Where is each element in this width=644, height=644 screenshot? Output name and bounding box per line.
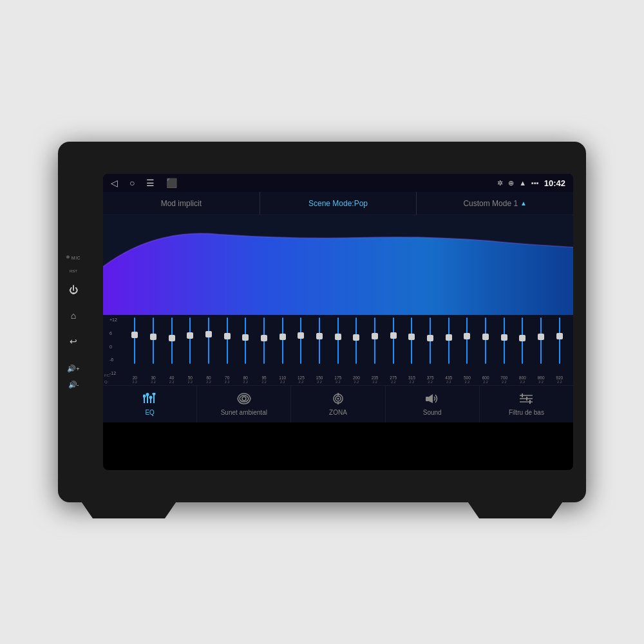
freq-label-20: 202.2: [126, 375, 144, 384]
eq-slider-700[interactable]: [495, 317, 513, 375]
time-display: 10:42: [544, 178, 565, 188]
eq-slider-95[interactable]: [256, 317, 273, 375]
tab-zona[interactable]: ZONA: [291, 386, 385, 422]
tab-filtru-de-bas[interactable]: Filtru de bas: [480, 386, 573, 422]
eq-visualizer: [103, 215, 573, 315]
eq-slider-600[interactable]: [477, 317, 495, 375]
eq-slider-860[interactable]: [533, 317, 550, 375]
tab-zona-icon: [331, 393, 345, 407]
freq-label-95: 952.2: [256, 375, 273, 384]
eq-slider-375[interactable]: [422, 317, 439, 375]
db-minus6-label: -6: [109, 357, 117, 362]
mod-implicit-label: Mod implicit: [161, 199, 202, 208]
custom-mode-tab[interactable]: Custom Mode 1 ▲: [417, 192, 573, 214]
tab-bar: EQSunet ambientalZONASoundFiltru de bas: [103, 385, 573, 422]
eq-slider-50[interactable]: [182, 317, 199, 375]
status-bar: ◁ ○ ☰ ⬛ ✲ ⊕ ▲ ▪▪▪ 10:42: [103, 174, 573, 192]
eq-slider-110[interactable]: [274, 317, 291, 375]
freq-label-375: 3752.2: [422, 375, 439, 384]
freq-label-125: 1252.2: [292, 375, 310, 384]
nav-buttons: ◁ ○ ☰ ⬛: [111, 178, 177, 188]
eq-slider-80[interactable]: [237, 317, 254, 375]
tab-zona-label: ZONA: [329, 409, 347, 416]
mode-bar: Mod implicit Scene Mode:Pop Custom Mode …: [103, 192, 573, 215]
freq-label-600: 6002.2: [477, 375, 495, 384]
tab-filtru-de-bas-icon: [519, 393, 533, 407]
freq-label-700: 7002.2: [495, 375, 513, 384]
freq-label-40: 402.2: [163, 375, 180, 384]
svg-point-5: [143, 394, 146, 397]
eq-sliders-track: [126, 317, 568, 375]
freq-label-800: 8002.2: [514, 375, 531, 384]
tab-eq-label: EQ: [145, 409, 154, 416]
custom-mode-label: Custom Mode 1: [463, 199, 518, 208]
freq-label-70: 702.2: [218, 375, 236, 384]
eq-slider-800[interactable]: [514, 317, 531, 375]
tab-sunet-ambiental[interactable]: Sunet ambiental: [197, 386, 291, 422]
eq-slider-500[interactable]: [459, 317, 476, 375]
eq-slider-235[interactable]: [366, 317, 384, 375]
back-nav-icon[interactable]: ◁: [111, 178, 118, 188]
back-button[interactable]: ↩: [64, 332, 82, 350]
svg-point-12: [337, 397, 339, 399]
status-right: ✲ ⊕ ▲ ▪▪▪ 10:42: [497, 178, 565, 188]
tab-filtru-de-bas-label: Filtru de bas: [509, 409, 544, 416]
freq-label-30: 302.2: [145, 375, 162, 384]
freq-label-920: 9202.2: [551, 375, 568, 384]
bottom-left-bracket: [77, 496, 180, 518]
tab-eq[interactable]: EQ: [103, 386, 197, 422]
freq-label-110: 1102.2: [274, 375, 291, 384]
freq-label-80: 802.2: [237, 375, 254, 384]
signal-icon: ▪▪▪: [531, 179, 539, 187]
tab-eq-icon: [143, 393, 157, 407]
svg-point-6: [146, 393, 149, 396]
tab-sunet-ambiental-label: Sunet ambiental: [221, 409, 267, 416]
eq-slider-70[interactable]: [218, 317, 236, 375]
device-body: MIC RST ⏻ ⌂ ↩ 🔊+ 🔊- ◁ ○ ☰ ⬛ ✲ ⊕ ▲ ▪▪▪: [58, 142, 586, 502]
mod-implicit-tab[interactable]: Mod implicit: [103, 192, 260, 214]
eq-slider-20[interactable]: [126, 317, 144, 375]
tab-sound-label: Sound: [423, 409, 442, 416]
eq-slider-40[interactable]: [163, 317, 180, 375]
freq-label-315: 3152.2: [403, 375, 421, 384]
bottom-right-bracket: [464, 496, 567, 518]
screen: ◁ ○ ☰ ⬛ ✲ ⊕ ▲ ▪▪▪ 10:42 Mod implicit Sce…: [103, 174, 573, 470]
freq-label-275: 2752.2: [384, 375, 402, 384]
eq-slider-125[interactable]: [292, 317, 310, 375]
eq-slider-435[interactable]: [440, 317, 457, 375]
recent-nav-icon[interactable]: ⬛: [166, 178, 177, 188]
mic-indicator: [66, 256, 70, 259]
freq-label-50: 502.2: [182, 375, 199, 384]
custom-mode-arrow: ▲: [520, 200, 527, 207]
tab-sunet-ambiental-icon: [237, 393, 251, 407]
scene-mode-label: Scene Mode:Pop: [308, 199, 368, 208]
eq-slider-175[interactable]: [329, 317, 346, 375]
svg-point-9: [242, 397, 246, 401]
eq-slider-30[interactable]: [145, 317, 162, 375]
eq-slider-920[interactable]: [551, 317, 568, 375]
svg-point-7: [149, 395, 152, 399]
volume-up-button[interactable]: 🔊+: [67, 365, 79, 373]
home-button[interactable]: ⌂: [64, 307, 82, 325]
freq-label-150: 1502.2: [311, 375, 328, 384]
eq-slider-200[interactable]: [348, 317, 365, 375]
freq-labels: 202.2302.2402.2502.2602.2702.2802.2952.2…: [108, 375, 568, 385]
eq-sliders-area: +12 6 0 -6 -12 202.2302.2402.2502.2602.2…: [103, 315, 573, 385]
menu-nav-icon[interactable]: ☰: [146, 178, 155, 188]
db-6-label: 6: [109, 331, 117, 336]
home-nav-icon[interactable]: ○: [129, 178, 135, 188]
power-button[interactable]: ⏻: [64, 281, 82, 299]
freq-label-435: 4352.2: [440, 375, 457, 384]
tab-sound[interactable]: Sound: [386, 386, 480, 422]
volume-down-button[interactable]: 🔊-: [68, 381, 79, 389]
wifi-icon: ▲: [519, 179, 526, 187]
svg-point-8: [152, 393, 155, 395]
scene-mode-tab[interactable]: Scene Mode:Pop: [260, 192, 417, 214]
freq-label-175: 1752.2: [329, 375, 346, 384]
eq-slider-275[interactable]: [384, 317, 402, 375]
eq-slider-315[interactable]: [403, 317, 421, 375]
location-icon: ⊕: [508, 179, 514, 187]
eq-slider-150[interactable]: [311, 317, 328, 375]
eq-slider-60[interactable]: [200, 317, 218, 375]
freq-label-860: 8602.2: [533, 375, 550, 384]
